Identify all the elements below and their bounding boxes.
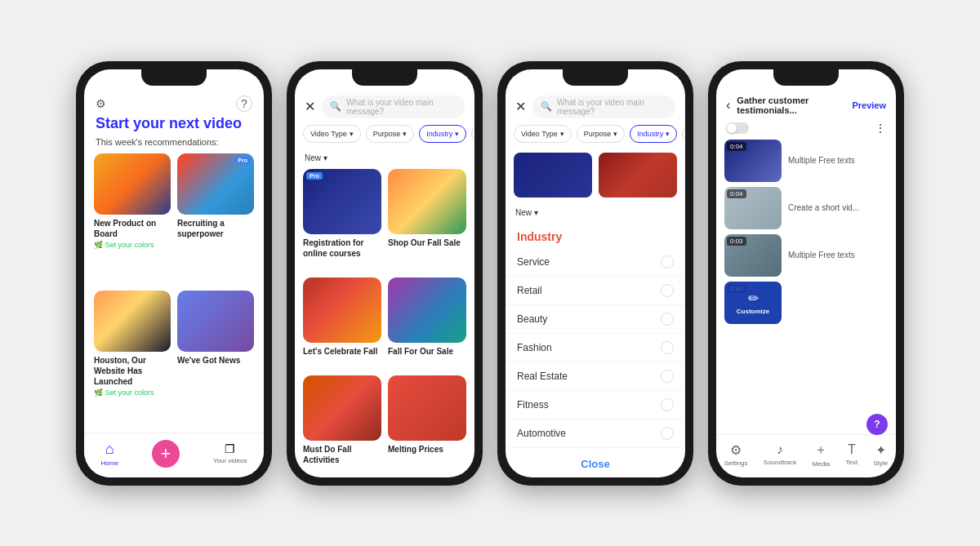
notch-1 [141, 69, 207, 86]
radio-fitness[interactable] [661, 398, 674, 411]
template-card-3[interactable]: Let's Celebrate Fall [303, 277, 381, 369]
chevron-videotype: ▾ [350, 130, 354, 138]
template-card-2[interactable]: Shop Our Fall Sale [388, 169, 466, 271]
template-card-1[interactable]: Pro Registration for online courses [303, 169, 381, 271]
preview-button[interactable]: Preview [852, 100, 886, 110]
nav-home[interactable]: ⌂ Home [101, 441, 118, 467]
customize-overlay: ✏ Customize [724, 282, 782, 324]
phone1-subtitle: This week's recommendations: [84, 137, 264, 153]
template-label-5: Must Do Fall Activities [303, 444, 381, 465]
template-label-1: Registration for online courses [303, 237, 381, 259]
customize-icon: ✏ [748, 291, 759, 306]
clip-thumb-3: 0:03 [724, 234, 782, 277]
gear-icon[interactable]: ⚙ [96, 97, 106, 110]
industry-item-retail[interactable]: Retail [506, 277, 685, 305]
radio-fashion[interactable] [661, 341, 674, 354]
video-label-4: We've Got News [177, 355, 254, 366]
media-label: Media [813, 460, 831, 468]
filter-chip-industry[interactable]: Industry ▾ [419, 125, 466, 143]
filter-chip-videotype[interactable]: Video Type ▾ [303, 125, 361, 143]
clip-item-1[interactable]: 0:04 Multiple Free texts [724, 140, 888, 182]
filter-chip-purpose[interactable]: Purpose ▾ [366, 125, 415, 143]
industry-item-fitness[interactable]: Fitness [506, 391, 685, 419]
help-fab[interactable]: ? [866, 414, 888, 435]
chevron-industry: ▾ [455, 130, 459, 138]
nav-videos-label: Your videos [213, 457, 247, 464]
question-icon[interactable]: ? [236, 95, 252, 112]
new-filter-chip[interactable]: New ▾ [305, 153, 327, 162]
search-bar-2[interactable]: 🔍 What is your video main message? [322, 95, 465, 118]
industry-label-service: Service [517, 256, 550, 268]
template-thumb-3 [303, 277, 381, 343]
filter3-chip-occasion[interactable]: Occasion ▾ [682, 125, 685, 143]
editor-nav-text[interactable]: T Text [846, 442, 858, 466]
video-card-1[interactable]: New Product on Board 🌿 Set your colors [94, 153, 171, 284]
filter3-chip-purpose[interactable]: Purpose ▾ [577, 125, 626, 143]
editor-nav-settings[interactable]: ⚙ Settings [724, 442, 748, 467]
search-bar-3[interactable]: 🔍 What is your video main message? [532, 95, 675, 118]
filter-row-3: Video Type ▾ Purpose ▾ Industry ▾ Occasi… [506, 125, 685, 148]
template-card-5[interactable]: Must Do Fall Activities [303, 375, 381, 477]
filter3-chip-videotype[interactable]: Video Type ▾ [514, 125, 572, 143]
video-card-2[interactable]: Pro Recruiting a superpower [177, 153, 254, 284]
clip-item-3[interactable]: 0:03 Multiple Free texts [724, 234, 888, 277]
chevron-purpose: ▾ [403, 130, 407, 138]
toggle-switch[interactable] [726, 122, 749, 134]
template-card-6[interactable]: Melting Prices [388, 375, 466, 477]
filter-chip-occasion[interactable]: Occasi... [471, 125, 474, 143]
video-card-4[interactable]: We've Got News [177, 291, 254, 432]
new-chevron-3: ▾ [534, 208, 538, 217]
clip-item-4[interactable]: 0:04 ✏ Customize [724, 282, 888, 324]
new-label: New [305, 153, 321, 162]
radio-service[interactable] [661, 255, 674, 269]
industry-item-fashion[interactable]: Fashion [506, 334, 685, 362]
close-button-2[interactable]: ✕ [305, 99, 315, 114]
add-button[interactable]: + [152, 440, 180, 468]
editor-title: Gather customer testimonials... [730, 95, 852, 115]
radio-realestate[interactable] [661, 370, 674, 383]
clip-item-2[interactable]: 0:04 Create a short vid... [724, 187, 888, 229]
editor-clips: 0:04 Multiple Free texts 0:04 Create a s… [716, 140, 896, 434]
new-chevron: ▾ [323, 153, 327, 162]
soundtrack-label: Soundtrack [764, 459, 796, 466]
template-label-2: Shop Our Fall Sale [388, 237, 466, 248]
home-icon: ⌂ [105, 441, 114, 458]
new-filter-chip-3[interactable]: New ▾ [515, 208, 538, 217]
clip-duration-3: 0:03 [727, 237, 746, 246]
radio-beauty[interactable] [661, 313, 674, 326]
industry-item-realestate[interactable]: Real Estate [506, 362, 685, 391]
close-button-3[interactable]: ✕ [515, 99, 526, 114]
video-thumb-4 [177, 291, 254, 352]
editor-nav-soundtrack[interactable]: ♪ Soundtrack [764, 442, 796, 466]
editor-nav-media[interactable]: ＋ Media [813, 442, 831, 468]
menu-dots-icon[interactable]: ⋮ [875, 122, 886, 135]
music-icon: ♪ [777, 442, 783, 457]
editor-bottom-nav: ⚙ Settings ♪ Soundtrack ＋ Media T Text [716, 434, 896, 477]
clip-label-1: Multiple Free texts [788, 155, 855, 166]
industry-label-retail: Retail [517, 285, 542, 296]
template-card-4[interactable]: Fall For Our Sale [388, 277, 466, 369]
template-grid-2: Pro Registration for online courses Shop… [295, 169, 474, 477]
video-sub-3: 🌿 Set your colors [94, 388, 171, 397]
industry-item-service[interactable]: Service [506, 248, 685, 277]
video-thumb-1 [94, 153, 171, 215]
radio-retail[interactable] [661, 284, 674, 297]
filter-label-industry: Industry [426, 130, 452, 138]
close-filter-button[interactable]: Close [506, 448, 685, 477]
p3-thumb-2 [599, 153, 677, 198]
industry-item-beauty[interactable]: Beauty [506, 305, 685, 334]
video-label-3: Houston, Our Website Has Launched [94, 355, 171, 387]
video-card-3[interactable]: Houston, Our Website Has Launched 🌿 Set … [94, 291, 171, 432]
radio-automotive[interactable] [661, 427, 674, 440]
settings-icon: ⚙ [730, 442, 742, 458]
editor-nav-style[interactable]: ✦ Style [874, 442, 889, 467]
filter3-chip-industry[interactable]: Industry ▾ [630, 125, 677, 143]
video-grid: New Product on Board 🌿 Set your colors P… [84, 153, 264, 432]
nav-videos[interactable]: ❐ Your videos [213, 442, 247, 464]
text-label: Text [846, 459, 858, 466]
phone-3: ✕ 🔍 What is your video main message? Vid… [497, 61, 693, 486]
industry-item-automotive[interactable]: Automotive [506, 419, 685, 448]
filter-row-2: Video Type ▾ Purpose ▾ Industry ▾ Occasi… [295, 125, 474, 148]
phone-4: ‹ Gather customer testimonials... Previe… [708, 61, 904, 486]
notch-2 [352, 69, 417, 86]
